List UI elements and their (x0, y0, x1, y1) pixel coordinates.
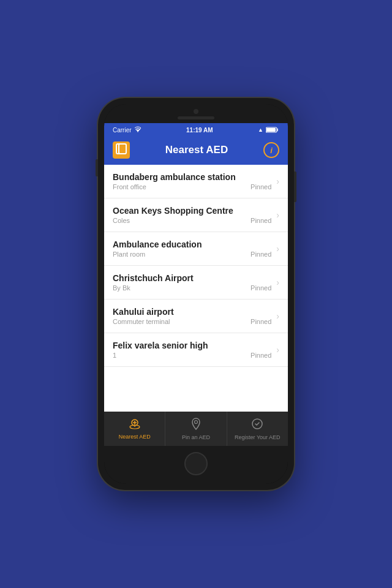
list-item-sub-row: Coles Pinned (113, 217, 271, 224)
pin-aed-icon (191, 418, 201, 433)
info-button[interactable]: i (263, 142, 279, 158)
status-bar: Carrier 11:19 AM ▲ (104, 123, 288, 137)
list-item-title: Bundaberg ambulance station (113, 172, 271, 182)
phone-notch (104, 104, 288, 123)
list-item[interactable]: Ambulance education Plant room Pinned › (104, 232, 288, 266)
front-camera (194, 109, 198, 114)
status-left: Carrier (113, 126, 141, 134)
status-right: ▲ (258, 124, 279, 135)
tab-nearest-aed[interactable]: Nearest AED (104, 412, 165, 446)
tab-pin-aed[interactable]: Pin an AED (165, 412, 227, 446)
list-item-subtitle: Front office (113, 183, 146, 190)
tab-bar: Nearest AED Pin an AED (104, 412, 288, 446)
list-item-pinned: Pinned (251, 183, 271, 190)
chevron-right-icon: › (276, 210, 279, 220)
list-item-sub-row: Plant room Pinned (113, 251, 271, 258)
list-item-sub-row: 1 Pinned (113, 352, 271, 359)
chevron-right-icon: › (276, 311, 279, 321)
svg-point-0 (137, 131, 138, 132)
battery-icon (266, 124, 279, 135)
chevron-right-icon: › (276, 176, 279, 186)
list-item-subtitle: Commuter terminal (113, 318, 170, 325)
list-item-title: Felix varela senior high (113, 341, 271, 350)
list-item-title: Christchuch Airport (113, 273, 271, 283)
list-item-sub-row: Commuter terminal Pinned (113, 318, 271, 325)
list-item-title: Ocean Keys Shopping Centre (113, 206, 271, 216)
list-item-subtitle: Coles (113, 217, 130, 224)
status-time: 11:19 AM (186, 127, 213, 134)
list-item[interactable]: Bundaberg ambulance station Front office… (104, 165, 288, 198)
page-title: Nearest AED (165, 144, 228, 156)
tab-register-aed-label: Register Your AED (235, 434, 281, 440)
app-logo (113, 141, 130, 159)
register-aed-icon (251, 418, 263, 433)
aed-list: Bundaberg ambulance station Front office… (104, 165, 288, 412)
list-item-content: Ambulance education Plant room Pinned (113, 239, 271, 258)
tab-pin-aed-label: Pin an AED (182, 434, 210, 440)
phone-device: Carrier 11:19 AM ▲ (98, 98, 294, 490)
list-item-subtitle: By Bk (113, 284, 130, 292)
list-item-pinned: Pinned (251, 352, 271, 359)
earpiece-speaker (178, 116, 214, 119)
list-item-pinned: Pinned (251, 284, 271, 292)
svg-rect-2 (266, 128, 276, 132)
list-item[interactable]: Kahului airport Commuter terminal Pinned… (104, 300, 288, 333)
list-item[interactable]: Ocean Keys Shopping Centre Coles Pinned … (104, 198, 288, 232)
list-item-sub-row: By Bk Pinned (113, 284, 271, 292)
home-button-area (104, 446, 288, 484)
navigation-bar: Nearest AED i (104, 137, 288, 165)
home-button[interactable] (184, 452, 208, 475)
list-item-content: Kahului airport Commuter terminal Pinned (113, 307, 271, 325)
list-item-sub-row: Front office Pinned (113, 183, 271, 190)
list-item-pinned: Pinned (251, 217, 271, 224)
chevron-right-icon: › (276, 277, 279, 287)
list-item-title: Ambulance education (113, 239, 271, 249)
list-item-content: Ocean Keys Shopping Centre Coles Pinned (113, 206, 271, 224)
tab-register-aed[interactable]: Register Your AED (227, 412, 288, 446)
svg-point-10 (194, 420, 197, 423)
nearest-aed-icon (128, 418, 141, 432)
svg-rect-4 (119, 144, 126, 154)
list-item-content: Felix varela senior high 1 Pinned (113, 341, 271, 359)
chevron-right-icon: › (276, 244, 279, 254)
list-item-pinned: Pinned (251, 318, 271, 325)
list-item-title: Kahului airport (113, 307, 271, 317)
list-item[interactable]: Christchuch Airport By Bk Pinned › (104, 266, 288, 300)
list-item-content: Christchuch Airport By Bk Pinned (113, 273, 271, 292)
list-item-pinned: Pinned (251, 251, 271, 258)
list-item-subtitle: Plant room (113, 251, 145, 258)
list-item-content: Bundaberg ambulance station Front office… (113, 172, 271, 190)
tab-nearest-aed-label: Nearest AED (119, 434, 151, 440)
wifi-icon (134, 126, 141, 134)
arrow-icon: ▲ (258, 127, 263, 133)
chevron-right-icon: › (276, 345, 279, 355)
phone-screen: Carrier 11:19 AM ▲ (104, 104, 288, 484)
list-item[interactable]: Felix varela senior high 1 Pinned › (104, 333, 288, 367)
list-item-subtitle: 1 (113, 352, 116, 359)
carrier-label: Carrier (113, 127, 132, 134)
